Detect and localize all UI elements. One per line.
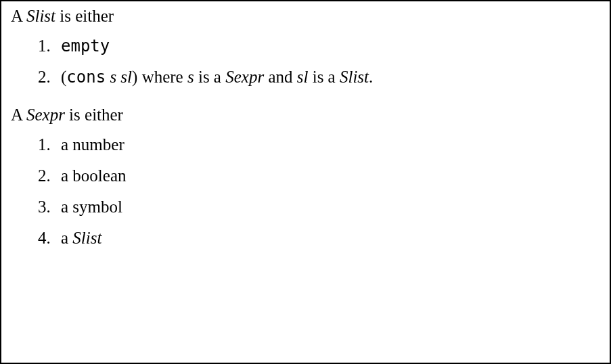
list-item: a Slist (38, 229, 600, 248)
var-s: s (187, 68, 194, 86)
slist-cases: empty (cons s sl) where s is a Sexpr and… (38, 37, 600, 87)
text: is either (55, 7, 114, 25)
text: a symbol (61, 198, 122, 216)
text: A (11, 7, 26, 25)
text: A (11, 106, 26, 124)
list-item: a boolean (38, 166, 600, 185)
sexpr-term: Sexpr (225, 68, 264, 86)
text: a boolean (61, 166, 126, 185)
slist-term: Slist (340, 68, 369, 86)
sexpr-intro: A Sexpr is either (11, 106, 600, 124)
period: . (369, 68, 373, 86)
list-item: a symbol (38, 198, 600, 217)
text: is a (308, 68, 340, 86)
empty-keyword: empty (61, 37, 110, 55)
var-sl: sl (120, 68, 132, 86)
slist-term: Slist (26, 7, 55, 25)
slist-definition: A Slist is either empty (cons s sl) wher… (11, 7, 600, 87)
var-sl: sl (297, 68, 309, 86)
sexpr-cases: a number a boolean a symbol a Slist (38, 135, 600, 248)
text: a (61, 229, 72, 247)
list-item: empty (38, 37, 600, 55)
list-item: (cons s sl) where s is a Sexpr and sl is… (38, 68, 600, 87)
slist-term: Slist (72, 229, 101, 247)
text: is a (194, 68, 226, 86)
list-item: a number (38, 135, 600, 154)
slist-intro: A Slist is either (11, 7, 600, 26)
var-s: s (110, 68, 116, 86)
text: where (137, 68, 187, 86)
text: and (264, 68, 297, 86)
text: is either (65, 106, 123, 124)
text: a number (61, 135, 125, 154)
cons-keyword: cons (66, 68, 106, 87)
sexpr-term: Sexpr (26, 106, 65, 124)
sexpr-definition: A Sexpr is either a number a boolean a s… (11, 106, 600, 248)
definition-box: A Slist is either empty (cons s sl) wher… (0, 0, 611, 364)
